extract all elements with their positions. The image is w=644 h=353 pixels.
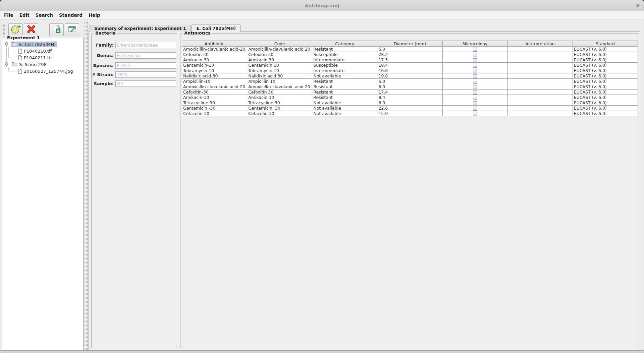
cell-standard[interactable]: EUCAST (v. 6.0) [573, 57, 638, 63]
cell-code[interactable]: Amoxicillin-clavulanic acid 20... [247, 47, 312, 52]
cell-microcolony[interactable] [442, 47, 507, 52]
new-experiment-button[interactable] [8, 23, 23, 36]
microcolony-checkbox[interactable] [473, 91, 477, 95]
cell-code[interactable]: Ampicillin 10 [247, 79, 312, 84]
table-row[interactable]: Nalidixic acid-30 Nalidixic acid 30 Not … [182, 73, 638, 79]
cell-code[interactable]: Nalidixic acid 30 [247, 73, 312, 79]
cell-interpretation[interactable] [507, 79, 573, 84]
strain-field[interactable] [115, 71, 176, 78]
menu-help[interactable]: Help [86, 11, 103, 19]
microcolony-checkbox[interactable] [473, 48, 477, 52]
cell-antibiotic[interactable]: Amoxicillin-clavulanic acid-20... [182, 47, 247, 52]
cell-interpretation[interactable] [507, 47, 573, 52]
cell-diameter[interactable]: 16.6 [377, 68, 442, 73]
table-row[interactable]: Gentamicin -30 Gentamicin 30 Not availab… [182, 106, 638, 111]
tree-item-folder[interactable]: S. Sciuri 298 [4, 61, 83, 68]
cell-diameter[interactable]: 18.4 [377, 63, 442, 68]
family-field[interactable] [115, 42, 176, 48]
cell-code[interactable]: Cefazolin 30 [247, 111, 312, 116]
cell-interpretation[interactable] [507, 52, 573, 57]
cell-microcolony[interactable] [442, 57, 507, 63]
microcolony-checkbox[interactable] [473, 80, 477, 84]
cell-antibiotic[interactable]: Amikacin-30 [182, 95, 247, 100]
titlebar[interactable]: AntibiogramJ ✕ [0, 0, 644, 11]
cell-antibiotic[interactable]: Amikacin-30 [182, 57, 247, 63]
cell-interpretation[interactable] [507, 84, 573, 90]
cell-microcolony[interactable] [442, 52, 507, 57]
sample-field[interactable] [115, 80, 176, 87]
cell-standard[interactable]: EUCAST (v. 6.0) [573, 52, 638, 57]
delete-button[interactable] [24, 23, 38, 36]
cell-standard[interactable]: EUCAST (v. 6.0) [573, 63, 638, 68]
col-diameter[interactable]: Diameter (mm) [377, 41, 442, 47]
genus-field[interactable] [115, 52, 176, 59]
cell-diameter[interactable]: 28.2 [377, 52, 442, 57]
cell-interpretation[interactable] [507, 106, 573, 111]
cell-microcolony[interactable] [442, 68, 507, 73]
cell-code[interactable]: Cefoxitin 30 [247, 52, 312, 57]
table-row[interactable]: Cefoxitin-30 Cefoxitin 30 Resistant 17.4… [182, 90, 638, 95]
cell-antibiotic[interactable]: Tetracycline-30 [182, 100, 247, 106]
table-row[interactable]: Gentamicin-10 Gentamicin 10 Susceptible … [182, 63, 638, 68]
tree-item-file[interactable]: P1040210.tif [4, 48, 83, 54]
cell-code[interactable]: Amikacin 30 [247, 95, 312, 100]
tree-item-file[interactable]: P1040211.tif [4, 54, 83, 61]
menu-edit[interactable]: Edit [16, 11, 33, 19]
cell-standard[interactable]: EUCAST (v. 6.0) [573, 47, 638, 52]
cell-diameter[interactable]: 22.6 [377, 106, 442, 111]
cell-category[interactable]: Resistant [312, 84, 377, 90]
cell-diameter[interactable]: 6.0 [377, 79, 442, 84]
microcolony-checkbox[interactable] [473, 69, 477, 73]
cell-interpretation[interactable] [507, 95, 573, 100]
cell-category[interactable]: Intermmediate [312, 68, 377, 73]
cell-antibiotic[interactable]: Gentamicin -30 [182, 106, 247, 111]
cell-standard[interactable]: EUCAST (v. 6.0) [573, 100, 638, 106]
table-row[interactable]: Amikacin-30 Amikacin 30 Intermmediate 17… [182, 57, 638, 63]
tab-summary[interactable]: Summary of experiment: Experiment 1 [90, 25, 191, 32]
cell-standard[interactable]: EUCAST (v. 6.0) [573, 79, 638, 84]
menu-file[interactable]: File [1, 11, 16, 19]
table-row[interactable]: Cefazolin-30 Cefazolin 30 Not available … [182, 111, 638, 116]
microcolony-checkbox[interactable] [473, 96, 477, 100]
cell-category[interactable]: Resistant [312, 90, 377, 95]
tree-item-folder[interactable]: E. Coli 7825(MH) [4, 41, 83, 48]
table-row[interactable]: Amikacin-30 Amikacin 30 Resistant 8.4 EU… [182, 95, 638, 100]
cell-antibiotic[interactable]: Tobramycin-10 [182, 68, 247, 73]
export-window-button[interactable] [65, 23, 79, 36]
cell-antibiotic[interactable]: Cefoxitin-30 [182, 90, 247, 95]
cell-category[interactable]: Susceptible [312, 63, 377, 68]
cell-diameter[interactable]: 6.0 [377, 47, 442, 52]
cell-microcolony[interactable] [442, 95, 507, 100]
cell-code[interactable]: Amikacin 30 [247, 57, 312, 63]
cell-standard[interactable]: EUCAST (v. 6.0) [573, 106, 638, 111]
cell-standard[interactable]: EUCAST (v. 6.0) [573, 95, 638, 100]
cell-interpretation[interactable] [507, 73, 573, 79]
cell-category[interactable]: Not available [312, 111, 377, 116]
split-pane-divider[interactable] [84, 20, 89, 351]
cell-category[interactable]: Resistant [312, 47, 377, 52]
cell-antibiotic[interactable]: Cefazolin-30 [182, 111, 247, 116]
microcolony-checkbox[interactable] [473, 85, 477, 89]
table-row[interactable]: Ampicillin-10 Ampicillin 10 Resistant 6.… [182, 79, 638, 84]
cell-category[interactable]: Resistant [312, 95, 377, 100]
cell-category[interactable]: Resistant [312, 79, 377, 84]
cell-category[interactable]: Intermmediate [312, 57, 377, 63]
cell-code[interactable]: Cefoxitin 30 [247, 90, 312, 95]
cell-diameter[interactable]: 6.0 [377, 84, 442, 90]
col-category[interactable]: Category [312, 41, 377, 47]
cell-microcolony[interactable] [442, 106, 507, 111]
species-field[interactable] [115, 62, 176, 69]
cell-interpretation[interactable] [507, 68, 573, 73]
table-row[interactable]: Tetracycline-30 Tetracycline 30 Not avai… [182, 100, 638, 106]
cell-diameter[interactable]: 6.0 [377, 100, 442, 106]
microcolony-checkbox[interactable] [473, 101, 477, 105]
cell-standard[interactable]: EUCAST (v. 6.0) [573, 84, 638, 90]
cell-diameter[interactable]: 19.8 [377, 73, 442, 79]
table-row[interactable]: Tobramycin-10 Tobramycin 10 Intermmediat… [182, 68, 638, 73]
table-row[interactable]: Amoxicillin-clavulanic acid-20... Amoxic… [182, 47, 638, 52]
cell-microcolony[interactable] [442, 111, 507, 116]
microcolony-checkbox[interactable] [473, 64, 477, 68]
col-code[interactable]: Code [247, 41, 312, 47]
microcolony-checkbox[interactable] [473, 53, 477, 57]
tree-item-file[interactable]: 20160527_125744.jpg [4, 68, 83, 74]
